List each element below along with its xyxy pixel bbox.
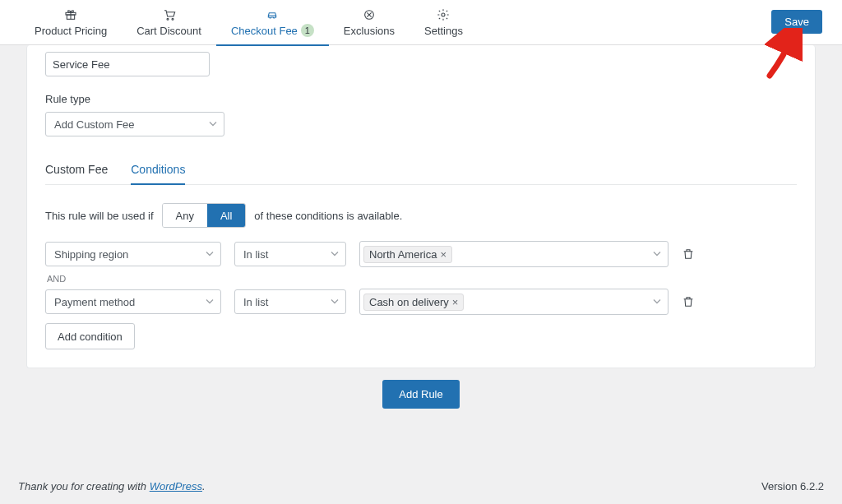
condition-value-multiselect[interactable]: Cash on delivery × (359, 289, 669, 315)
wordpress-link[interactable]: WordPress (150, 480, 202, 492)
any-all-segment: Any All (162, 203, 247, 228)
tab-text: Checkout Fee (231, 25, 298, 37)
condition-header: This rule will be used if Any All of the… (45, 203, 797, 228)
footer: Thank you for creating with WordPress. V… (18, 480, 824, 492)
rule-type-value: Add Custom Fee (54, 118, 135, 131)
rule-type-select[interactable]: Add Custom Fee (45, 112, 224, 136)
delete-row-button[interactable] (682, 295, 695, 308)
chevron-down-icon (653, 296, 661, 308)
thanks-period: . (202, 480, 206, 492)
tab-checkout-fee[interactable]: Checkout Fee 1 (216, 0, 329, 45)
select-value: Payment method (54, 296, 135, 308)
rule-card: Rule type Add Custom Fee Custom Fee Cond… (26, 45, 816, 368)
add-rule-wrap: Add Rule (0, 380, 842, 409)
tab-label: Product Pricing (35, 25, 107, 37)
tag-label: Cash on delivery (369, 296, 449, 308)
rule-type-label: Rule type (45, 93, 797, 105)
segment-any[interactable]: Any (163, 204, 207, 227)
value-tag: North America × (363, 246, 452, 263)
condition-suffix: of these conditions is available. (254, 210, 402, 222)
version-text: Version 6.2.2 (761, 480, 824, 492)
segment-all[interactable]: All (207, 204, 245, 227)
subtab-custom-fee[interactable]: Custom Fee (45, 156, 108, 184)
gear-icon (437, 8, 450, 21)
tab-label: Checkout Fee 1 (231, 24, 314, 37)
condition-row: Shipping region In list North America × (45, 241, 797, 267)
subtab-conditions[interactable]: Conditions (131, 156, 185, 184)
tag-remove-icon[interactable]: × (452, 296, 459, 308)
select-value: In list (243, 296, 268, 308)
tab-label: Exclusions (344, 25, 395, 37)
add-rule-button[interactable]: Add Rule (382, 380, 459, 409)
chevron-down-icon (331, 296, 339, 308)
tab-settings[interactable]: Settings (409, 0, 478, 45)
cart-icon (163, 8, 176, 21)
top-nav: Product Pricing Cart Discount Checkout F… (0, 0, 842, 45)
condition-field-select[interactable]: Shipping region (45, 242, 221, 266)
svg-point-3 (172, 18, 173, 20)
value-tag: Cash on delivery × (363, 294, 464, 311)
svg-point-2 (167, 18, 169, 20)
sub-tabs: Custom Fee Conditions (45, 156, 797, 185)
svg-point-5 (442, 13, 445, 16)
chevron-down-icon (653, 248, 661, 261)
exclude-icon (363, 8, 376, 21)
condition-value-multiselect[interactable]: North America × (359, 241, 669, 267)
tab-label: Settings (424, 25, 463, 37)
chevron-down-icon (206, 296, 214, 308)
tab-badge: 1 (301, 24, 314, 37)
select-value: In list (243, 248, 268, 261)
chevron-down-icon (206, 248, 214, 261)
footer-thanks: Thank you for creating with WordPress. (18, 480, 206, 492)
gift-icon (64, 8, 77, 21)
tab-label: Cart Discount (136, 25, 201, 37)
delete-row-button[interactable] (682, 247, 695, 261)
tag-remove-icon[interactable]: × (440, 248, 446, 261)
condition-operator-select[interactable]: In list (234, 289, 346, 314)
chevron-down-icon (209, 118, 217, 131)
tab-product-pricing[interactable]: Product Pricing (20, 0, 122, 45)
tab-cart-discount[interactable]: Cart Discount (122, 0, 216, 45)
and-label: AND (47, 274, 797, 284)
select-value: Shipping region (54, 248, 128, 261)
thanks-prefix: Thank you for creating with (18, 480, 150, 492)
chevron-down-icon (331, 248, 339, 261)
condition-field-select[interactable]: Payment method (45, 289, 221, 314)
tab-exclusions[interactable]: Exclusions (329, 0, 409, 45)
add-condition-button[interactable]: Add condition (45, 323, 135, 349)
save-button[interactable]: Save (771, 10, 822, 34)
rule-title-input[interactable] (45, 52, 210, 76)
tag-label: North America (369, 248, 437, 261)
condition-row: Payment method In list Cash on delivery … (45, 289, 797, 315)
car-icon (266, 7, 279, 21)
condition-prefix: This rule will be used if (45, 210, 154, 222)
condition-operator-select[interactable]: In list (234, 242, 346, 266)
